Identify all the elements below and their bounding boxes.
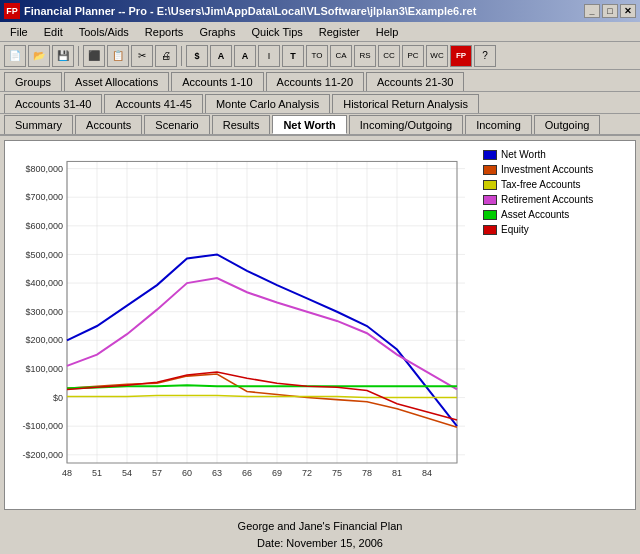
tb-btn5[interactable]: 📋 <box>107 45 129 67</box>
tab-historical-return[interactable]: Historical Return Analysis <box>332 94 479 113</box>
svg-text:$100,000: $100,000 <box>25 364 63 374</box>
menu-edit[interactable]: Edit <box>36 24 71 40</box>
svg-text:57: 57 <box>152 468 162 478</box>
tb-btn15[interactable]: RS <box>354 45 376 67</box>
legend-label-asset: Asset Accounts <box>501 209 569 220</box>
tab-row-2: Accounts 31-40 Accounts 41-45 Monte Carl… <box>0 92 640 114</box>
legend-equity: Equity <box>483 224 627 235</box>
menu-reports[interactable]: Reports <box>137 24 192 40</box>
footer-line2: Date: November 15, 2006 <box>0 535 640 552</box>
svg-text:-$100,000: -$100,000 <box>22 421 63 431</box>
svg-text:$0: $0 <box>53 393 63 403</box>
maximize-button[interactable]: □ <box>602 4 618 18</box>
legend-label-retirement: Retirement Accounts <box>501 194 593 205</box>
svg-text:51: 51 <box>92 468 102 478</box>
menu-file[interactable]: File <box>2 24 36 40</box>
tb-btn14[interactable]: CA <box>330 45 352 67</box>
tb-sep1 <box>78 46 79 66</box>
tab-results[interactable]: Results <box>212 115 271 134</box>
tab-scenario[interactable]: Scenario <box>144 115 209 134</box>
tb-btn9[interactable]: A <box>210 45 232 67</box>
tab-accounts[interactable]: Accounts <box>75 115 142 134</box>
legend-color-taxfree <box>483 180 497 190</box>
chart-svg: $800,000 $700,000 $600,000 $500,000 $400… <box>5 141 475 509</box>
tab-row-1: Groups Asset Allocations Accounts 1-10 A… <box>0 70 640 92</box>
legend-retirement: Retirement Accounts <box>483 194 627 205</box>
svg-text:78: 78 <box>362 468 372 478</box>
toolbar: 📄 📂 💾 ⬛ 📋 ✂ 🖨 $ A A I T TO CA RS CC PC W… <box>0 42 640 70</box>
svg-text:$600,000: $600,000 <box>25 221 63 231</box>
tb-btn18[interactable]: WC <box>426 45 448 67</box>
legend-color-investment <box>483 165 497 175</box>
tab-monte-carlo[interactable]: Monte Carlo Analysis <box>205 94 330 113</box>
svg-text:$700,000: $700,000 <box>25 192 63 202</box>
svg-text:69: 69 <box>272 468 282 478</box>
footer: George and Jane's Financial Plan Date: N… <box>0 514 640 554</box>
window-title: Financial Planner -- Pro - E:\Users\Jim\… <box>24 5 476 17</box>
legend-label-net-worth: Net Worth <box>501 149 546 160</box>
svg-text:48: 48 <box>62 468 72 478</box>
window-controls: _ □ ✕ <box>584 4 636 18</box>
tb-btn8[interactable]: $ <box>186 45 208 67</box>
svg-text:81: 81 <box>392 468 402 478</box>
tb-btn19[interactable]: FP <box>450 45 472 67</box>
menu-tools[interactable]: Tools/Aids <box>71 24 137 40</box>
tab-accounts-41-45[interactable]: Accounts 41-45 <box>104 94 202 113</box>
tb-save[interactable]: 💾 <box>52 45 74 67</box>
chart-area: $800,000 $700,000 $600,000 $500,000 $400… <box>4 140 636 510</box>
legend-color-retirement <box>483 195 497 205</box>
legend-investment: Investment Accounts <box>483 164 627 175</box>
tb-btn12[interactable]: T <box>282 45 304 67</box>
svg-text:54: 54 <box>122 468 132 478</box>
legend-color-equity <box>483 225 497 235</box>
tab-incoming-outgoing[interactable]: Incoming/Outgoing <box>349 115 463 134</box>
title-bar: FP Financial Planner -- Pro - E:\Users\J… <box>0 0 640 22</box>
tb-btn7[interactable]: 🖨 <box>155 45 177 67</box>
svg-text:63: 63 <box>212 468 222 478</box>
tab-accounts-1-10[interactable]: Accounts 1-10 <box>171 72 263 91</box>
tb-btn11[interactable]: I <box>258 45 280 67</box>
tab-asset-allocations[interactable]: Asset Allocations <box>64 72 169 91</box>
legend-color-net-worth <box>483 150 497 160</box>
tb-btn17[interactable]: PC <box>402 45 424 67</box>
svg-text:72: 72 <box>302 468 312 478</box>
tb-sep2 <box>181 46 182 66</box>
chart-container: $800,000 $700,000 $600,000 $500,000 $400… <box>5 141 475 509</box>
legend-label-taxfree: Tax-free Accounts <box>501 179 580 190</box>
tab-accounts-31-40[interactable]: Accounts 31-40 <box>4 94 102 113</box>
svg-text:75: 75 <box>332 468 342 478</box>
svg-text:$400,000: $400,000 <box>25 278 63 288</box>
chart-legend: Net Worth Investment Accounts Tax-free A… <box>475 141 635 509</box>
tb-new[interactable]: 📄 <box>4 45 26 67</box>
svg-rect-0 <box>5 141 475 509</box>
app-icon: FP <box>4 3 20 19</box>
legend-taxfree: Tax-free Accounts <box>483 179 627 190</box>
legend-color-asset <box>483 210 497 220</box>
tab-accounts-11-20[interactable]: Accounts 11-20 <box>266 72 364 91</box>
tab-summary[interactable]: Summary <box>4 115 73 134</box>
tb-btn4[interactable]: ⬛ <box>83 45 105 67</box>
tab-groups[interactable]: Groups <box>4 72 62 91</box>
menu-graphs[interactable]: Graphs <box>191 24 243 40</box>
tb-open[interactable]: 📂 <box>28 45 50 67</box>
svg-text:-$200,000: -$200,000 <box>22 450 63 460</box>
tab-incoming[interactable]: Incoming <box>465 115 532 134</box>
tab-outgoing[interactable]: Outgoing <box>534 115 601 134</box>
menu-register[interactable]: Register <box>311 24 368 40</box>
footer-line1: George and Jane's Financial Plan <box>0 518 640 535</box>
minimize-button[interactable]: _ <box>584 4 600 18</box>
tb-btn10[interactable]: A <box>234 45 256 67</box>
tb-btn16[interactable]: CC <box>378 45 400 67</box>
svg-text:$300,000: $300,000 <box>25 307 63 317</box>
close-button[interactable]: ✕ <box>620 4 636 18</box>
menu-quicktips[interactable]: Quick Tips <box>243 24 310 40</box>
tab-accounts-21-30[interactable]: Accounts 21-30 <box>366 72 464 91</box>
menu-help[interactable]: Help <box>368 24 407 40</box>
tab-net-worth[interactable]: Net Worth <box>272 115 346 134</box>
menu-bar: File Edit Tools/Aids Reports Graphs Quic… <box>0 22 640 42</box>
tb-btn6[interactable]: ✂ <box>131 45 153 67</box>
tb-btn20[interactable]: ? <box>474 45 496 67</box>
tb-btn13[interactable]: TO <box>306 45 328 67</box>
svg-text:$200,000: $200,000 <box>25 335 63 345</box>
svg-text:84: 84 <box>422 468 432 478</box>
